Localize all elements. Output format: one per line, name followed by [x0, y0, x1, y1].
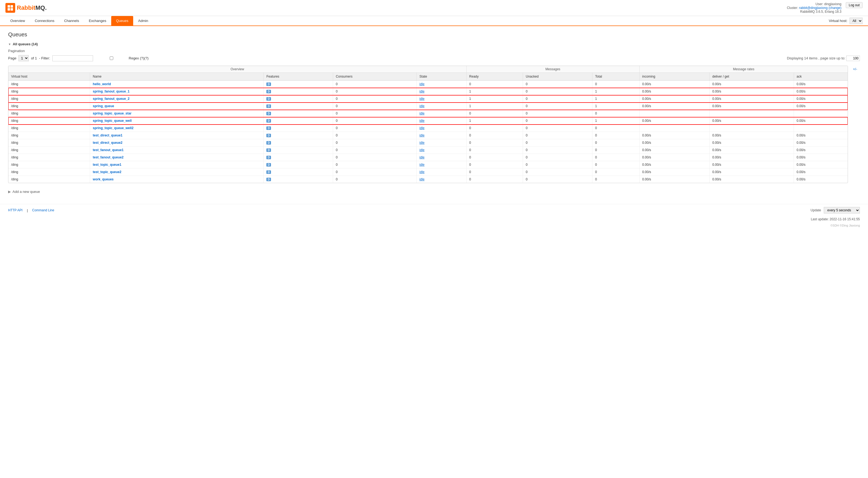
cell-deliver-/-get: 0.00/s — [709, 95, 794, 102]
queue-name-link[interactable]: spring_topic_queue_well — [93, 119, 131, 123]
table-row[interactable]: /dingtest_fanout_queue1D0idle0000.00/s0.… — [8, 147, 848, 154]
cell-name[interactable]: work_queues — [90, 176, 264, 183]
table-row[interactable]: /dingspring_topic_queue_wellD0idle1010.0… — [8, 117, 848, 124]
cell-name[interactable]: spring_topic_queue_well — [90, 117, 264, 124]
nav-item-queues[interactable]: Queues — [111, 16, 133, 26]
queue-name-link[interactable]: spring_topic_queue_well2 — [93, 126, 133, 130]
queue-name-link[interactable]: hello_world — [93, 82, 111, 86]
section-label: All queues (14) — [13, 42, 38, 46]
cell-unacked: 0 — [523, 176, 592, 183]
table-row[interactable]: /dingspring_topic_queue_starD0idle000 — [8, 110, 848, 117]
queue-name-link[interactable]: test_topic_queue2 — [93, 170, 121, 174]
queue-state: idle — [420, 155, 425, 159]
vhost-select[interactable]: All — [849, 18, 863, 24]
cell-virtual-host: /ding — [8, 176, 90, 183]
cell-virtual-host: /ding — [8, 124, 90, 132]
table-row[interactable]: /dingspring_fanout_queue_1D0idle1010.00/… — [8, 88, 848, 95]
queue-name-link[interactable]: spring_queue — [93, 104, 114, 108]
queue-name-link[interactable]: test_direct_queue1 — [93, 133, 122, 137]
display-size-input[interactable] — [846, 56, 860, 61]
group-header-messages: Messages — [466, 66, 639, 73]
command-line-link[interactable]: Command Line — [32, 208, 54, 212]
cell-name[interactable]: hello_world — [90, 81, 264, 88]
http-api-link[interactable]: HTTP API — [8, 208, 23, 212]
app-container: RabbitMQ. User: dingjiaxiong Cluster: ra… — [0, 0, 868, 229]
section-header[interactable]: ▼ All queues (14) — [8, 42, 860, 46]
table-row[interactable]: /dingspring_queueD0idle1010.00/s0.00/s0.… — [8, 102, 848, 110]
cell-features: D — [264, 117, 333, 124]
cell-name[interactable]: test_fanout_queue2 — [90, 154, 264, 161]
table-row[interactable]: /dingwork_queuesD0idle0000.00/s0.00/s0.0… — [8, 176, 848, 183]
cell-name[interactable]: spring_fanout_queue_1 — [90, 88, 264, 95]
cell-state: idle — [416, 124, 467, 132]
update-select[interactable]: every 5 seconds every 10 seconds every 3… — [824, 207, 860, 213]
nav-item-exchanges[interactable]: Exchanges — [84, 16, 111, 26]
cell-name[interactable]: test_direct_queue1 — [90, 132, 264, 139]
cell-incoming: 0.00/s — [639, 161, 709, 169]
table-row[interactable]: /dingtest_direct_queue1D0idle0000.00/s0.… — [8, 132, 848, 139]
queue-name-link[interactable]: work_queues — [93, 177, 114, 181]
add-queue-label: Add a new queue — [12, 190, 40, 194]
cell-name[interactable]: test_direct_queue2 — [90, 139, 264, 147]
cell-name[interactable]: test_topic_queue1 — [90, 161, 264, 169]
cell-incoming: 0.00/s — [639, 169, 709, 176]
svg-rect-0 — [8, 5, 10, 8]
queue-name-link[interactable]: test_direct_queue2 — [93, 141, 122, 145]
queue-name-link[interactable]: test_fanout_queue2 — [93, 155, 123, 159]
col-controls[interactable]: +/- — [850, 66, 860, 72]
cell-state: idle — [416, 139, 467, 147]
cell-consumers: 0 — [333, 88, 416, 95]
queue-name-link[interactable]: spring_fanout_queue_2 — [93, 97, 129, 101]
cell-incoming — [639, 110, 709, 117]
cell-name[interactable]: test_fanout_queue1 — [90, 147, 264, 154]
cell-virtual-host: /ding — [8, 88, 90, 95]
cell-name[interactable]: spring_topic_queue_star — [90, 110, 264, 117]
table-row[interactable]: /dingtest_topic_queue2D0idle0000.00/s0.0… — [8, 169, 848, 176]
queue-name-link[interactable]: spring_topic_queue_star — [93, 112, 131, 115]
cell-virtual-host: /ding — [8, 169, 90, 176]
cell-name[interactable]: spring_queue — [90, 102, 264, 110]
table-row[interactable]: /dingtest_topic_queue1D0idle0000.00/s0.0… — [8, 161, 848, 169]
logout-button[interactable]: Log out — [846, 2, 863, 8]
cell-features: D — [264, 169, 333, 176]
table-row[interactable]: /dingtest_fanout_queue2D0idle0000.00/s0.… — [8, 154, 848, 161]
feature-badge: D — [267, 148, 271, 152]
queue-name-link[interactable]: test_fanout_queue1 — [93, 148, 123, 152]
cluster-label: Cluster: — [787, 6, 798, 10]
cluster-name[interactable]: rabbit@dingjiaxiong — [799, 6, 828, 10]
col-features: Features — [264, 73, 333, 81]
cluster-change[interactable]: (change) — [829, 6, 841, 10]
regex-checkbox[interactable] — [95, 56, 128, 60]
cell-name[interactable]: test_topic_queue2 — [90, 169, 264, 176]
table-row[interactable]: /dingspring_topic_queue_well2D0idle000 — [8, 124, 848, 132]
feature-badge: D — [267, 178, 271, 181]
cell-incoming — [639, 124, 709, 132]
cell-unacked: 0 — [523, 161, 592, 169]
nav-item-channels[interactable]: Channels — [59, 16, 84, 26]
table-row[interactable]: /dingspring_fanout_queue_2D0idle1010.00/… — [8, 95, 848, 102]
cell-consumers: 0 — [333, 161, 416, 169]
pagination-controls: Page 1 of 1 - Filter: Regex (?)(?) Displ… — [8, 55, 860, 61]
nav-item-overview[interactable]: Overview — [5, 16, 30, 26]
cell-ready: 0 — [466, 110, 523, 117]
col-unacked: Unacked — [523, 73, 592, 81]
cell-name[interactable]: spring_fanout_queue_2 — [90, 95, 264, 102]
cell-deliver-/-get — [709, 110, 794, 117]
add-queue-section[interactable]: ▶ Add a new queue — [8, 187, 860, 196]
table-row[interactable]: /dingtest_direct_queue2D0idle0000.00/s0.… — [8, 139, 848, 147]
cell-deliver-/-get: 0.00/s — [709, 81, 794, 88]
queue-name-link[interactable]: test_topic_queue1 — [93, 163, 121, 167]
user-info: User: dingjiaxiong Cluster: rabbit@dingj… — [787, 2, 841, 13]
cell-name[interactable]: spring_topic_queue_well2 — [90, 124, 264, 132]
cell-ack: 0.00/s — [794, 132, 848, 139]
nav-item-admin[interactable]: Admin — [133, 16, 153, 26]
footer-separator: | — [27, 208, 28, 212]
queue-name-link[interactable]: spring_fanout_queue_1 — [93, 90, 129, 93]
nav-right: Virtual host: All — [829, 18, 863, 24]
nav-item-connections[interactable]: Connections — [30, 16, 59, 26]
table-row[interactable]: /dinghello_worldD0idle0000.00/s0.00/s0.0… — [8, 81, 848, 88]
page-select[interactable]: 1 — [19, 55, 29, 61]
cell-features: D — [264, 154, 333, 161]
queue-state: idle — [420, 104, 425, 108]
filter-input[interactable] — [52, 55, 93, 61]
